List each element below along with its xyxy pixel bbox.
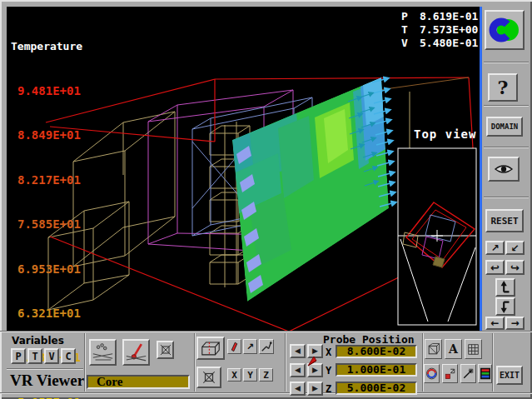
probe-tool-icon — [261, 341, 272, 352]
pan-left-button[interactable]: ← — [485, 317, 505, 330]
particles-button[interactable] — [89, 339, 117, 366]
sidebar-divider — [484, 105, 529, 107]
rotate-object-icon — [425, 367, 438, 380]
sidebar-divider — [484, 147, 529, 148]
sw-arrow-icon: ↙ — [510, 242, 519, 254]
axis-y-button[interactable]: Y — [243, 368, 257, 382]
readout-row: V5.480E-01 — [401, 37, 478, 50]
vector-button[interactable]: ↗ — [243, 339, 257, 354]
shrink-object-button[interactable] — [442, 364, 458, 383]
rotate-right-button[interactable]: ↪ — [505, 260, 525, 275]
particles-icon — [92, 342, 114, 362]
probe-flag-icon — [306, 354, 318, 367]
shrink-icon — [444, 367, 456, 380]
left-arrow-icon: ← — [490, 317, 499, 329]
clear-view-button[interactable] — [157, 341, 174, 359]
viewport-3d[interactable]: Temperature 9.481E+01 8.849E+01 8.217E+0… — [7, 7, 480, 331]
probe-z-field[interactable]: 5.000E-02 — [336, 382, 417, 395]
app-title: VR Viewer — [10, 372, 84, 390]
exit-label: EXIT — [500, 371, 520, 380]
contour-plane-button[interactable] — [227, 339, 241, 354]
legend-title: Temperature — [11, 40, 82, 53]
cham-logo-icon — [488, 13, 521, 47]
sidebar-divider — [484, 62, 529, 63]
move-arrow-icon — [462, 367, 475, 380]
object-name: Core — [97, 375, 122, 388]
legend-entry: 6.953E+01 — [11, 263, 82, 276]
wireframe-icon — [427, 342, 440, 356]
crossed-square-icon — [159, 343, 172, 357]
tilt-down-button[interactable] — [495, 297, 515, 316]
pan-right-button[interactable]: → — [505, 317, 525, 330]
left-triangle-icon: ◀ — [295, 347, 301, 355]
reset-label: RESET — [490, 216, 518, 227]
right-triangle-icon: ▶ — [312, 385, 318, 392]
domain-button[interactable]: DOMAIN — [486, 117, 523, 137]
exit-button[interactable]: EXIT — [496, 366, 523, 385]
panel-divider — [194, 333, 196, 392]
sidebar: ? DOMAIN RESET ↗ ↙ ↩ ↪ ← — [482, 7, 532, 331]
reset-button[interactable]: RESET — [485, 209, 524, 232]
left-triangle-icon: ◀ — [295, 385, 301, 392]
tilt-up-button[interactable] — [495, 278, 515, 297]
probe-position-title: Probe Position — [323, 333, 415, 346]
zoom-out-button[interactable]: ↙ — [505, 241, 525, 255]
turn-down-arrow-icon — [498, 299, 513, 314]
zoom-in-button[interactable]: ↗ — [485, 241, 505, 255]
toolbar-top-groove — [0, 331, 532, 332]
domain-label: DOMAIN — [491, 122, 519, 131]
probe-y-decrease-button[interactable]: ◀ — [290, 363, 306, 377]
curved-right-arrow-icon: ↪ — [510, 262, 520, 274]
variable-button-v[interactable]: V — [44, 348, 59, 364]
view-direction-button[interactable] — [488, 157, 520, 182]
rotate-object-button[interactable] — [424, 364, 440, 383]
legend-entry: 8.217E+01 — [11, 174, 82, 187]
ne-arrow-icon: ↗ — [490, 242, 499, 254]
logo-button[interactable] — [485, 10, 525, 50]
ne-arrow-icon: ↗ — [246, 342, 254, 352]
slice-plane-button[interactable] — [196, 337, 225, 360]
left-triangle-icon: ◀ — [295, 367, 301, 374]
axis-z-button[interactable]: Z — [259, 368, 273, 382]
variable-button-c[interactable]: C — [61, 348, 76, 364]
right-arrow-icon: → — [510, 317, 519, 329]
probe-z-increase-button[interactable]: ▶ — [307, 382, 323, 396]
annotation-button[interactable]: A — [445, 339, 462, 359]
legend-entry: 6.321E+01 — [11, 307, 82, 320]
variable-button-t[interactable]: T — [27, 348, 42, 364]
selected-object-field[interactable]: Core — [87, 375, 190, 389]
legend-entry: 7.585E+01 — [11, 218, 82, 231]
variable-button-p[interactable]: P — [11, 348, 26, 364]
turn-up-arrow-icon — [498, 280, 513, 295]
probe-temperature-button[interactable] — [122, 339, 150, 366]
slice-plane-icon — [229, 341, 240, 352]
probe-x-field[interactable]: 8.600E-02 — [336, 345, 417, 358]
toolbar-bottom-groove — [0, 392, 532, 394]
letter-a-icon: A — [449, 342, 458, 356]
move-object-button[interactable] — [460, 364, 476, 383]
probe-readout: P8.619E-01 T7.573E+00 V5.480E-01 — [401, 10, 478, 50]
probe-z-label: Z — [326, 383, 331, 395]
wireframe-toggle-button[interactable] — [425, 339, 442, 359]
help-label: ? — [498, 77, 509, 98]
contour-bars-icon — [480, 367, 491, 380]
slice-box-icon — [199, 339, 222, 357]
probe-tool-button[interactable] — [259, 339, 274, 354]
probe-x-decrease-button[interactable]: ◀ — [290, 344, 306, 358]
rotate-left-button[interactable]: ↩ — [485, 260, 505, 275]
grid-toggle-button[interactable] — [465, 339, 482, 359]
contour-scale-button[interactable] — [478, 364, 492, 383]
vr-viewer-window: Temperature 9.481E+01 8.849E+01 8.217E+0… — [0, 0, 532, 399]
panel-divider — [84, 333, 86, 392]
sidebar-divider — [484, 197, 529, 198]
top-view-inset — [398, 148, 476, 325]
eye-icon — [494, 162, 514, 176]
axis-x-button[interactable]: X — [227, 368, 241, 382]
variables-title: Variables — [12, 335, 64, 347]
probe-y-field[interactable]: 1.000E-01 — [336, 363, 417, 377]
probe-x-label: X — [326, 347, 331, 358]
unselect-plane-button[interactable] — [196, 367, 221, 388]
help-button[interactable]: ? — [488, 73, 518, 102]
probe-z-decrease-button[interactable]: ◀ — [290, 382, 306, 396]
grid-icon — [467, 343, 480, 356]
